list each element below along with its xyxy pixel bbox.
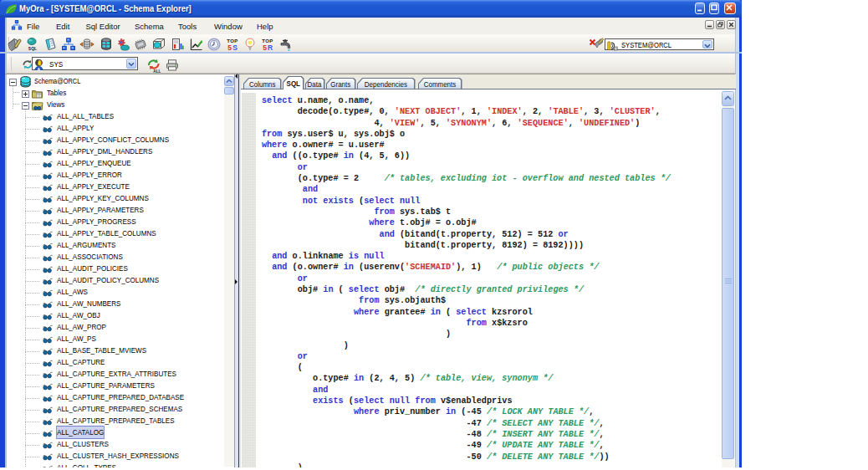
svg-text:ALL: ALL: [153, 69, 161, 73]
svg-text:5: 5: [227, 43, 232, 52]
svg-text:R: R: [268, 43, 273, 52]
svg-text:SQL: SQL: [28, 45, 36, 50]
svg-text:S: S: [232, 43, 237, 52]
svg-text:5: 5: [263, 43, 267, 52]
